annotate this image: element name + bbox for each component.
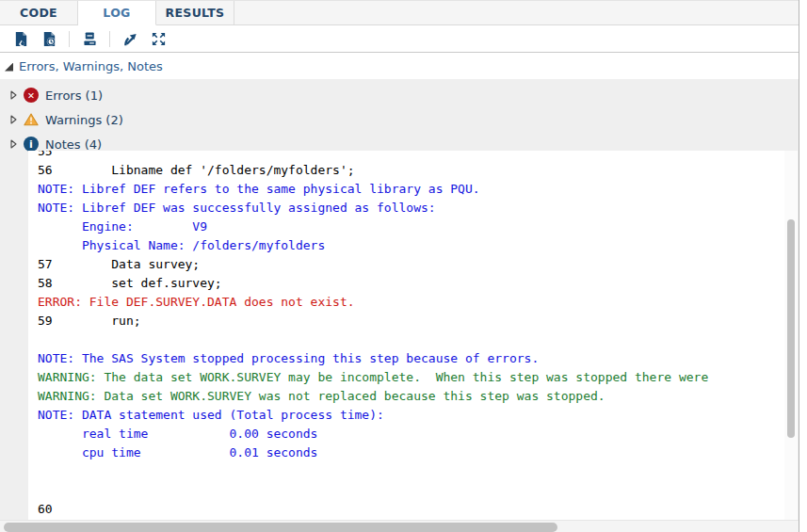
log-line-note: Physical Name: /folders/myfolders [38,236,798,255]
tab-code[interactable]: CODE [0,1,78,25]
toolbar-separator [69,31,70,47]
warning-icon [24,112,39,127]
open-log-new-window-icon[interactable] [118,27,142,50]
note-icon: i [24,137,39,152]
log-content: 5556 Libname def '/folders/myfolders';NO… [28,151,798,519]
log-line-source [38,481,798,500]
section-title: Errors, Warnings, Notes [19,59,163,73]
log-line-note: real time 0.00 seconds [38,425,798,443]
errors-warnings-notes-tree: ✕Errors (1)Warnings (2)iNotes (4) [0,79,799,156]
vertical-scrollbar-thumb[interactable] [787,219,795,438]
log-line-source: 60 [38,500,798,519]
toolbar-separator [109,31,110,47]
tab-bar-filler [234,1,799,25]
save-log-icon[interactable] [8,27,33,50]
tree-item-errors[interactable]: ✕Errors (1) [0,83,799,107]
log-line-warning: WARNING: Data set WORK.SURVEY was not re… [38,387,798,406]
log-line-warning: WARNING: The data set WORK.SURVEY may be… [38,368,798,387]
maximize-view-icon[interactable] [146,27,170,50]
log-line-note: Engine: V9 [38,218,798,236]
error-icon: ✕ [24,88,39,103]
tree-item-warnings[interactable]: Warnings (2) [0,107,799,132]
pane-right-border [799,0,799,532]
horizontal-scrollbar-thumb[interactable] [4,523,557,532]
horizontal-scrollbar[interactable] [0,520,799,532]
log-line-note: NOTE: Libref DEF refers to the same phys… [38,180,798,199]
expand-arrow-icon[interactable] [10,139,17,149]
vertical-scrollbar[interactable] [784,151,798,520]
tab-bar: CODELOGRESULTS [0,0,799,25]
tree-item-label: Errors (1) [45,89,103,103]
log-line-source: 55 [38,151,798,161]
tree-item-label: Notes (4) [45,137,102,152]
errors-warnings-notes-header[interactable]: Errors, Warnings, Notes [0,53,799,79]
expand-arrow-icon[interactable] [10,115,17,124]
tab-results[interactable]: RESULTS [156,1,234,25]
print-log-icon[interactable] [77,27,102,50]
log-summary-icon[interactable] [37,27,61,50]
tab-log[interactable]: LOG [78,1,156,25]
log-view[interactable]: 5556 Libname def '/folders/myfolders';NO… [28,151,798,520]
log-line-note: NOTE: The SAS System stopped processing … [38,349,798,368]
log-line-source [38,462,798,481]
log-line-source: 57 Data survey; [38,255,798,274]
log-line-error: ERROR: File DEF.SURVEY.DATA does not exi… [38,293,798,312]
log-toolbar [0,25,799,53]
log-line-note: cpu time 0.01 seconds [38,443,798,462]
log-line-source: 56 Libname def '/folders/myfolders'; [38,161,798,180]
log-line-note: NOTE: DATA statement used (Total process… [38,406,798,425]
tree-item-label: Warnings (2) [45,113,123,127]
sas-studio-log-pane: CODELOGRESULTS Errors, Warnings, Notes ✕… [0,0,807,532]
expand-arrow-icon[interactable] [10,90,17,100]
log-line-source: 59 run; [38,312,798,330]
log-line-note: NOTE: Libref DEF was successfully assign… [38,199,798,218]
log-line-source: 58 set def.survey; [38,274,798,293]
log-line-source [38,330,798,349]
collapse-triangle-icon[interactable] [5,63,13,72]
